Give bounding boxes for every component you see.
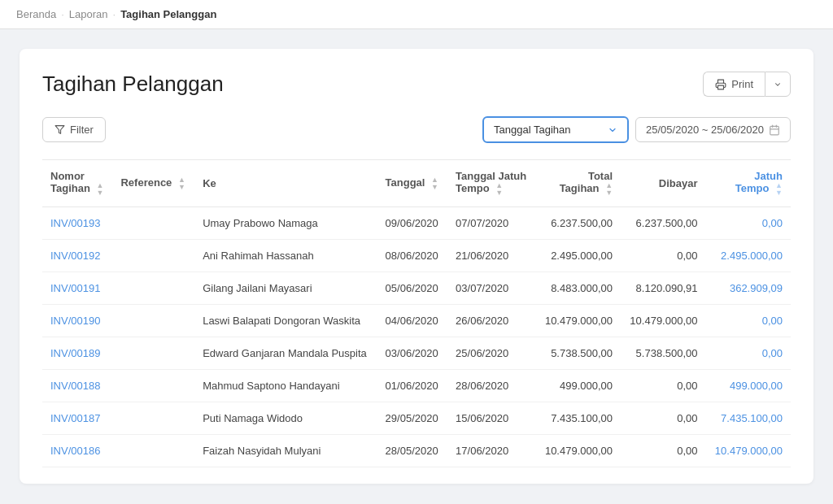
cell-nomor-7[interactable]: INV/00186 (42, 435, 112, 467)
print-label: Print (731, 78, 753, 90)
table-row: INV/00188Mahmud Saptono Handayani01/06/2… (42, 370, 791, 402)
cell-jatuh-7: 17/06/2020 (447, 435, 536, 467)
cell-total-3: 10.479.000,00 (536, 305, 621, 337)
cell-jatuh-5: 28/06/2020 (447, 370, 536, 402)
cell-jatuh-3: 26/06/2020 (447, 305, 536, 337)
cell-tanggal-6: 29/05/2020 (377, 402, 447, 435)
main-content: Tagihan Pelanggan Print Filter (20, 49, 813, 484)
caret-down-icon (774, 80, 782, 89)
header-actions: Print (703, 72, 791, 97)
cell-ke-0: Umay Prabowo Namaga (194, 207, 377, 240)
sort-icon-tempo: ▲▼ (775, 182, 783, 197)
date-type-label: Tanggal Tagihan (494, 124, 570, 136)
invoices-table: NomorTagihan ▲▼ Reference ▲▼ Ke Tanggal … (42, 159, 791, 467)
cell-total-0: 6.237.500,00 (536, 207, 621, 240)
cell-reference-6 (112, 402, 194, 435)
table-row: INV/00186Faizah Nasyidah Mulyani28/05/20… (42, 435, 791, 467)
table-row: INV/00187Puti Namaga Widodo29/05/202015/… (42, 402, 791, 435)
breadcrumb-sep-2: · (113, 8, 116, 20)
cell-tempo-3: 0,00 (706, 305, 792, 337)
sort-icon-nomor: ▲▼ (96, 182, 103, 197)
cell-tempo-5: 499.000,00 (706, 370, 792, 402)
breadcrumb-beranda[interactable]: Beranda (16, 8, 56, 20)
cell-total-1: 2.495.000,00 (536, 240, 621, 272)
filter-label: Filter (70, 124, 94, 136)
svg-rect-2 (770, 126, 779, 135)
date-type-select[interactable]: Tanggal Tagihan (482, 116, 629, 143)
toolbar: Filter Tanggal Tagihan 25/05/2020 ~ 25/0… (42, 116, 791, 143)
print-caret-button[interactable] (765, 72, 791, 97)
cell-tanggal-4: 03/06/2020 (377, 337, 447, 370)
cell-total-6: 7.435.100,00 (536, 402, 621, 435)
topbar: Beranda · Laporan · Tagihan Pelanggan (0, 0, 833, 29)
cell-total-2: 8.483.000,00 (536, 272, 621, 305)
cell-dibayar-5: 0,00 (621, 370, 705, 402)
date-range-picker[interactable]: 25/05/2020 ~ 25/06/2020 (635, 117, 791, 142)
cell-reference-3 (112, 305, 194, 337)
svg-marker-1 (55, 126, 64, 134)
cell-reference-1 (112, 240, 194, 272)
table-row: INV/00189Edward Ganjaran Mandala Puspita… (42, 337, 791, 370)
cell-ke-4: Edward Ganjaran Mandala Puspita (194, 337, 377, 370)
cell-tempo-1: 2.495.000,00 (706, 240, 792, 272)
cell-tempo-4: 0,00 (706, 337, 792, 370)
cell-reference-2 (112, 272, 194, 305)
print-icon (715, 79, 726, 90)
col-total-tagihan[interactable]: TotalTagihan ▲▼ (536, 160, 621, 207)
cell-tanggal-3: 04/06/2020 (377, 305, 447, 337)
cell-dibayar-4: 5.738.500,00 (621, 337, 705, 370)
cell-ke-5: Mahmud Saptono Handayani (194, 370, 377, 402)
page-header: Tagihan Pelanggan Print (42, 72, 791, 97)
calendar-icon (769, 124, 780, 136)
breadcrumb-laporan[interactable]: Laporan (69, 8, 108, 20)
filter-icon (55, 124, 65, 135)
cell-tanggal-0: 09/06/2020 (377, 207, 447, 240)
breadcrumb-sep-1: · (61, 8, 64, 20)
col-jatuh-tempo[interactable]: Tanggal JatuhTempo ▲▼ (447, 160, 536, 207)
cell-total-4: 5.738.500,00 (536, 337, 621, 370)
table-row: INV/00193Umay Prabowo Namaga09/06/202007… (42, 207, 791, 240)
col-reference[interactable]: Reference ▲▼ (112, 160, 194, 207)
col-tanggal[interactable]: Tanggal ▲▼ (377, 160, 447, 207)
cell-ke-1: Ani Rahimah Hassanah (194, 240, 377, 272)
page-title: Tagihan Pelanggan (42, 72, 224, 97)
cell-jatuh-0: 07/07/2020 (447, 207, 536, 240)
cell-reference-4 (112, 337, 194, 370)
col-dibayar: Dibayar (621, 160, 705, 207)
cell-nomor-3[interactable]: INV/00190 (42, 305, 112, 337)
breadcrumb-current: Tagihan Pelanggan (120, 8, 216, 20)
cell-tanggal-1: 08/06/2020 (377, 240, 447, 272)
cell-nomor-1[interactable]: INV/00192 (42, 240, 112, 272)
cell-ke-7: Faizah Nasyidah Mulyani (194, 435, 377, 467)
cell-ke-6: Puti Namaga Widodo (194, 402, 377, 435)
cell-tempo-6: 7.435.100,00 (706, 402, 792, 435)
cell-dibayar-3: 10.479.000,00 (621, 305, 705, 337)
cell-tempo-0: 0,00 (706, 207, 792, 240)
cell-nomor-0[interactable]: INV/00193 (42, 207, 112, 240)
svg-rect-0 (718, 85, 724, 89)
cell-total-7: 10.479.000,00 (536, 435, 621, 467)
cell-jatuh-2: 03/07/2020 (447, 272, 536, 305)
cell-nomor-5[interactable]: INV/00188 (42, 370, 112, 402)
table-row: INV/00192Ani Rahimah Hassanah08/06/20202… (42, 240, 791, 272)
cell-nomor-6[interactable]: INV/00187 (42, 402, 112, 435)
cell-ke-3: Laswi Balapati Dongoran Waskita (194, 305, 377, 337)
sort-icon-jatuh: ▲▼ (495, 182, 503, 197)
filter-button[interactable]: Filter (42, 117, 106, 142)
cell-dibayar-1: 0,00 (621, 240, 705, 272)
cell-reference-0 (112, 207, 194, 240)
col-ke: Ke (194, 160, 377, 207)
col-tempo[interactable]: JatuhTempo ▲▼ (706, 160, 792, 207)
cell-reference-5 (112, 370, 194, 402)
cell-total-5: 499.000,00 (536, 370, 621, 402)
cell-nomor-2[interactable]: INV/00191 (42, 272, 112, 305)
cell-nomor-4[interactable]: INV/00189 (42, 337, 112, 370)
col-nomor-tagihan[interactable]: NomorTagihan ▲▼ (42, 160, 112, 207)
cell-jatuh-1: 21/06/2020 (447, 240, 536, 272)
cell-dibayar-0: 6.237.500,00 (621, 207, 705, 240)
print-button[interactable]: Print (703, 72, 765, 97)
sort-icon-reference: ▲▼ (178, 176, 185, 191)
cell-tanggal-5: 01/06/2020 (377, 370, 447, 402)
cell-tanggal-2: 05/06/2020 (377, 272, 447, 305)
cell-ke-2: Gilang Jailani Mayasari (194, 272, 377, 305)
